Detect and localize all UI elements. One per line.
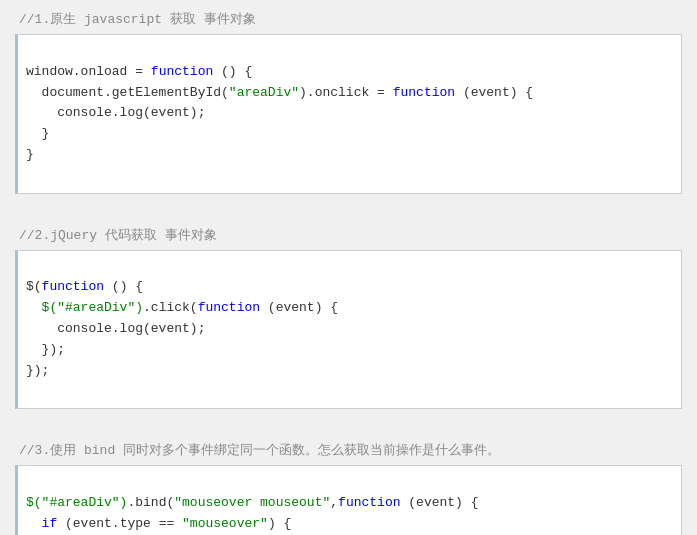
code-line: window.onload = function () { bbox=[26, 64, 252, 79]
code-line: if (event.type == "mouseover") { bbox=[26, 516, 291, 531]
code-line: } bbox=[26, 126, 49, 141]
code-line: $("#areaDiv").bind("mouseover mouseout",… bbox=[26, 495, 479, 510]
section3-comment: //3.使用 bind 同时对多个事件绑定同一个函数。怎么获取当前操作是什么事件… bbox=[15, 441, 682, 459]
code-line: $("#areaDiv").click(function (event) { bbox=[26, 300, 338, 315]
section2-comment: //2.jQuery 代码获取 事件对象 bbox=[15, 226, 682, 244]
section2-code: $(function () { $("#areaDiv").click(func… bbox=[15, 250, 682, 410]
code-line: $(function () { bbox=[26, 279, 143, 294]
section1: //1.原生 javascript 获取 事件对象 window.onload … bbox=[15, 10, 682, 194]
code-line: }); bbox=[26, 363, 49, 378]
section2: //2.jQuery 代码获取 事件对象 $(function () { $("… bbox=[15, 226, 682, 410]
page-container: //1.原生 javascript 获取 事件对象 window.onload … bbox=[0, 0, 697, 535]
section1-comment: //1.原生 javascript 获取 事件对象 bbox=[15, 10, 682, 28]
code-line: console.log(event); bbox=[26, 321, 205, 336]
section3-code: $("#areaDiv").bind("mouseover mouseout",… bbox=[15, 465, 682, 535]
code-line: console.log(event); bbox=[26, 105, 205, 120]
code-line: } bbox=[26, 147, 34, 162]
section1-code: window.onload = function () { document.g… bbox=[15, 34, 682, 194]
section3: //3.使用 bind 同时对多个事件绑定同一个函数。怎么获取当前操作是什么事件… bbox=[15, 441, 682, 535]
code-line: document.getElementById("areaDiv").oncli… bbox=[26, 85, 533, 100]
code-line: }); bbox=[26, 342, 65, 357]
